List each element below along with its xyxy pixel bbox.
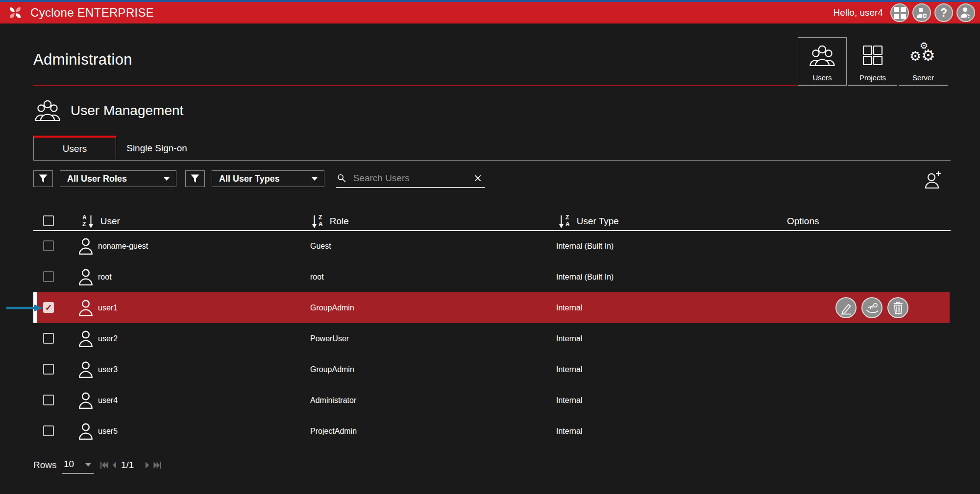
user-type-cell: Internal (Built In) (556, 261, 613, 292)
search-icon (337, 172, 346, 185)
nav-item-users[interactable]: Users (798, 37, 847, 86)
admin-section-nav: Users Projects ⚙ ⚙ ⚙ Serve (798, 37, 949, 86)
title-divider (33, 85, 797, 86)
key-hand-icon (865, 301, 879, 315)
help-icon: ? (940, 7, 947, 19)
person-icon (77, 299, 94, 317)
edit-user-button[interactable] (835, 297, 857, 318)
user-cell: user2 (98, 323, 118, 354)
help-button[interactable]: ? (934, 3, 953, 22)
next-page-icon (145, 461, 149, 469)
tab-users-label: Users (63, 143, 87, 154)
sign-out-button[interactable] (956, 3, 975, 22)
last-page-button[interactable] (153, 455, 162, 475)
account-settings-button[interactable] (912, 3, 931, 22)
select-all-checkbox[interactable]: ✓ (43, 215, 54, 226)
user-greeting: Hello, user4 (833, 7, 883, 18)
page-title: Administration (33, 51, 132, 69)
user-type-cell: Internal (556, 385, 582, 416)
sort-user-type[interactable]: ZA User Type (559, 212, 619, 231)
row-checkbox[interactable]: ✓ (43, 395, 54, 405)
row-checkbox[interactable]: ✓ (43, 364, 54, 375)
row-checkbox[interactable]: ✓ (43, 240, 54, 251)
page-indicator: 1/1 (121, 455, 134, 475)
user-cell: noname-guest (98, 231, 148, 261)
add-user-icon[interactable] (923, 169, 943, 189)
tab-single-sign-on[interactable]: Single Sign-on (116, 136, 197, 161)
chevron-down-icon (164, 177, 170, 181)
row-checkbox[interactable]: ✓ (43, 271, 54, 282)
apps-grid-icon (894, 7, 906, 19)
rows-per-page-value: 10 (64, 459, 74, 470)
projects-grid-icon (861, 44, 884, 67)
tab-sso-label: Single Sign-on (126, 143, 187, 154)
previous-page-button[interactable] (112, 455, 117, 475)
user-type-cell: Internal (Built In) (556, 231, 613, 261)
search-input[interactable] (352, 172, 474, 184)
sign-out-icon (960, 7, 972, 19)
role-cell: root (310, 261, 324, 292)
next-page-button[interactable] (145, 455, 149, 475)
table-row[interactable]: ✓ noname-guest Guest Internal (Built In) (37, 231, 950, 261)
person-icon (77, 330, 94, 348)
user-roles-value: All User Roles (67, 174, 127, 184)
funnel-icon (38, 174, 48, 184)
first-page-button[interactable] (100, 455, 108, 475)
role-filter-button[interactable] (33, 170, 53, 187)
nav-label-server: Server (912, 73, 934, 82)
person-icon (77, 237, 94, 255)
sort-user[interactable]: AZ User (82, 212, 120, 231)
user-type-cell: Internal (556, 292, 582, 323)
col-user-label: User (100, 216, 120, 227)
chevron-down-icon (85, 463, 91, 467)
user-types-value: All User Types (219, 174, 280, 184)
user-gear-icon (916, 7, 928, 19)
pencil-icon (839, 301, 853, 315)
sort-az-icon: AZ (82, 214, 94, 229)
type-filter-button[interactable] (185, 170, 205, 187)
permissions-button[interactable] (861, 297, 882, 318)
nav-item-server[interactable]: ⚙ ⚙ ⚙ Server (899, 37, 948, 86)
table-header: ✓ AZ User ZA Role ZA User Type Options (0, 212, 980, 231)
person-icon (77, 361, 94, 378)
row-actions (835, 297, 908, 318)
user-roles-select[interactable]: All User Roles (60, 170, 176, 187)
funnel-icon (190, 174, 200, 184)
nav-item-projects[interactable]: Projects (848, 37, 897, 86)
table-row[interactable]: ✓ user1 GroupAdmin Internal (37, 292, 950, 323)
user-types-select[interactable]: All User Types (212, 170, 324, 187)
search-users-box (336, 169, 485, 188)
tab-users[interactable]: Users (33, 136, 116, 161)
user-cell: user5 (98, 416, 118, 447)
table-row[interactable]: ✓ user3 GroupAdmin Internal (37, 354, 950, 385)
pointer-arrow (6, 304, 43, 312)
table-row[interactable]: ✓ root root Internal (Built In) (37, 261, 950, 292)
user-cell: user3 (98, 354, 118, 385)
cyclone-logo-icon (7, 4, 24, 21)
table-row[interactable]: ✓ user4 Administrator Internal (37, 385, 950, 416)
person-icon (77, 392, 94, 409)
delete-user-button[interactable] (887, 297, 908, 318)
row-checkbox[interactable]: ✓ (43, 302, 54, 313)
user-type-cell: Internal (556, 354, 582, 385)
users-group-icon (809, 45, 835, 67)
col-options-label: Options (787, 212, 819, 231)
rows-label: Rows (33, 455, 57, 475)
user-cell: root (98, 261, 112, 292)
trash-icon (892, 301, 905, 315)
clear-search-icon[interactable] (474, 173, 481, 183)
role-cell: Guest (310, 231, 331, 261)
apps-grid-button[interactable] (890, 3, 909, 22)
table-row[interactable]: ✓ user5 ProjectAdmin Internal (37, 416, 950, 447)
sort-role[interactable]: ZA Role (312, 212, 349, 231)
sort-za-icon: ZA (312, 214, 323, 229)
rows-per-page-select[interactable]: 10 (62, 455, 94, 474)
user-cell: user4 (98, 385, 118, 416)
table-row[interactable]: ✓ user2 PowerUser Internal (37, 323, 950, 354)
row-checkbox[interactable]: ✓ (43, 333, 54, 344)
first-page-icon (100, 461, 108, 469)
nav-label-users: Users (812, 73, 832, 82)
user-cell: user1 (98, 292, 118, 323)
check-icon: ✓ (45, 304, 52, 312)
row-checkbox[interactable]: ✓ (43, 425, 54, 436)
